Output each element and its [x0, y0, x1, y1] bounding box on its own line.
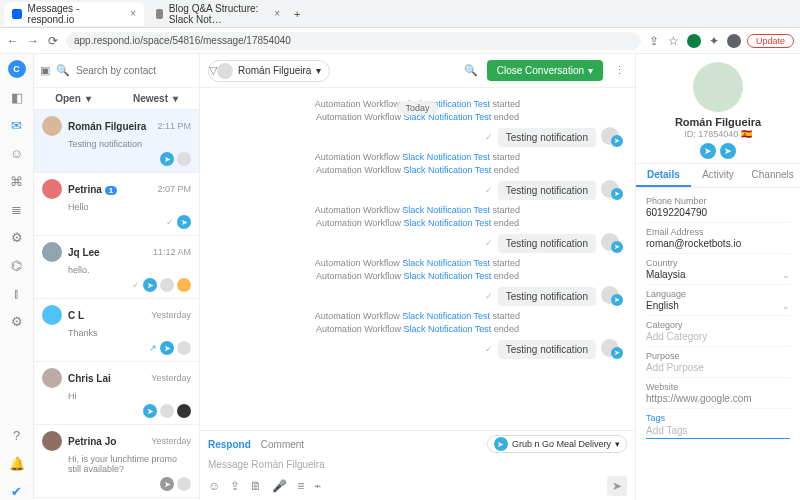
purpose-input[interactable]: Add Purpose: [646, 362, 790, 373]
workflow-link[interactable]: Slack Notification Test: [402, 152, 490, 162]
message-bubble: Testing notification: [498, 234, 596, 253]
tags-input[interactable]: Add Tags: [646, 423, 790, 439]
chevron-down-icon: ▾: [615, 439, 620, 449]
workflow-link[interactable]: Slack Notification Test: [402, 205, 490, 215]
workflow-link[interactable]: Slack Notification Test: [403, 271, 491, 281]
share-icon[interactable]: ⇪: [647, 34, 661, 48]
send-button[interactable]: ➤: [607, 476, 627, 496]
contact-chip[interactable]: Román Filgueira ▾: [208, 60, 330, 82]
tab-channels[interactable]: Channels: [745, 164, 800, 187]
org-icon[interactable]: ⌬: [8, 256, 26, 274]
browser-tab[interactable]: Blog Q&A Structure: Slack Not… ×: [148, 2, 288, 26]
automation-icon[interactable]: ⚙: [8, 228, 26, 246]
conversation-item[interactable]: Román Filgueira 2:11 PM Testing notifica…: [34, 110, 199, 173]
assignee-avatar: [177, 278, 191, 292]
avatar: [42, 368, 62, 388]
tab-activity[interactable]: Activity: [691, 164, 746, 187]
channel-selector[interactable]: ➤ Grub n Go Meal Delivery ▾: [487, 435, 627, 453]
conversation-item[interactable]: C L Yesterday Thanks ↗ ➤: [34, 299, 199, 362]
reports-icon[interactable]: ⫿: [8, 284, 26, 302]
sent-tick-icon: ✓: [485, 344, 493, 354]
workflow-link[interactable]: Slack Notification Test: [402, 311, 490, 321]
close-tab-icon[interactable]: ×: [130, 8, 136, 19]
notifications-icon[interactable]: 🔔: [8, 454, 26, 472]
conversation-item[interactable]: Jq Lee 11:12 AM hello. ✓ ➤: [34, 236, 199, 299]
star-icon[interactable]: ☆: [667, 34, 681, 48]
tab-comment[interactable]: Comment: [261, 439, 304, 450]
message-input[interactable]: Message Román Filgueira: [200, 457, 635, 472]
browser-tab-active[interactable]: Messages - respond.io ×: [4, 2, 144, 26]
avatar: [42, 305, 62, 325]
update-button[interactable]: Update: [747, 34, 794, 48]
panel-toggle-icon[interactable]: ▣: [40, 63, 50, 79]
search-input[interactable]: [76, 65, 203, 76]
message-bubble: Testing notification: [498, 287, 596, 306]
variable-icon[interactable]: ⌁: [314, 479, 321, 493]
sent-tick-icon: ✓: [485, 291, 493, 301]
workflow-link[interactable]: Slack Notification Test: [403, 165, 491, 175]
conversation-item[interactable]: Chris Lai Yesterday Hi ➤: [34, 362, 199, 425]
telegram-icon: ➤: [494, 437, 508, 451]
website-value[interactable]: https://www.google.com: [646, 393, 790, 404]
broadcast-icon[interactable]: ⌘: [8, 172, 26, 190]
channel-icon: ➤: [177, 215, 191, 229]
timestamp: 11:12 AM: [153, 247, 191, 257]
language-select[interactable]: English⌄: [646, 300, 790, 311]
email-value[interactable]: roman@rocketbots.io: [646, 238, 790, 249]
checkmark-icon[interactable]: ✔: [8, 482, 26, 500]
tab-details[interactable]: Details: [636, 164, 691, 187]
contacts-icon[interactable]: ☺: [8, 144, 26, 162]
filter-sort[interactable]: Newest ▾: [133, 93, 178, 104]
composer: Respond Comment ➤ Grub n Go Meal Deliver…: [200, 430, 635, 500]
system-message: Automation Workflow Slack Notification T…: [212, 324, 623, 334]
attach-icon[interactable]: ⇪: [230, 479, 240, 493]
file-icon[interactable]: 🗎: [250, 479, 262, 493]
back-icon[interactable]: ←: [6, 34, 20, 48]
telegram-icon[interactable]: ➤: [700, 143, 716, 159]
assignee-avatar: [177, 152, 191, 166]
close-tab-icon[interactable]: ×: [274, 8, 280, 19]
phone-value[interactable]: 60192204790: [646, 207, 790, 218]
read-tick-icon: ✓: [166, 217, 174, 227]
category-input[interactable]: Add Category: [646, 331, 790, 342]
forward-icon[interactable]: →: [26, 34, 40, 48]
workflow-link[interactable]: Slack Notification Test: [403, 324, 491, 334]
filter-open[interactable]: Open ▾: [55, 93, 90, 104]
message-preview: Hi, is your lunchtime promo still availa…: [42, 454, 191, 474]
extensions-icon[interactable]: ✦: [707, 34, 721, 48]
workflows-icon[interactable]: ≣: [8, 200, 26, 218]
workflow-link[interactable]: Slack Notification Test: [402, 258, 490, 268]
outgoing-message: ✓ Testing notification ➤: [212, 127, 623, 147]
new-tab-button[interactable]: +: [294, 8, 300, 20]
channel-icon: ➤: [160, 477, 174, 491]
system-message: Automation Workflow Slack Notification T…: [212, 311, 623, 321]
snippet-icon[interactable]: ≡: [297, 479, 304, 493]
day-label: Today: [397, 101, 437, 115]
more-icon[interactable]: ⋮: [611, 63, 627, 79]
assignee-avatar: [177, 341, 191, 355]
extension-icon[interactable]: [687, 34, 701, 48]
help-icon[interactable]: ?: [8, 426, 26, 444]
voice-icon[interactable]: 🎤: [272, 479, 287, 493]
avatar: [42, 242, 62, 262]
emoji-icon[interactable]: ☺: [208, 479, 220, 493]
search-chat-icon[interactable]: 🔍: [463, 63, 479, 79]
tab-title: Blog Q&A Structure: Slack Not…: [169, 3, 268, 25]
conversation-item[interactable]: Petrina Jo Yesterday Hi, is your lunchti…: [34, 425, 199, 498]
workflow-link[interactable]: Slack Notification Test: [403, 218, 491, 228]
country-select[interactable]: Malaysia⌄: [646, 269, 790, 280]
messages-icon[interactable]: ✉: [8, 116, 26, 134]
message-preview: Testing notification: [42, 139, 191, 149]
dashboard-icon[interactable]: ◧: [8, 88, 26, 106]
system-message: Automation Workflow Slack Notification T…: [212, 218, 623, 228]
reload-icon[interactable]: ⟳: [46, 34, 60, 48]
profile-icon[interactable]: [727, 34, 741, 48]
telegram-icon[interactable]: ➤: [720, 143, 736, 159]
field-label: Country: [646, 258, 790, 268]
url-input[interactable]: app.respond.io/space/54816/message/17854…: [66, 32, 641, 50]
tab-respond[interactable]: Respond: [208, 439, 251, 450]
settings-icon[interactable]: ⚙: [8, 312, 26, 330]
close-conversation-button[interactable]: Close Conversation▾: [487, 60, 603, 81]
workspace-avatar[interactable]: C: [8, 60, 26, 78]
conversation-item[interactable]: Petrina 1 2:07 PM Hello ✓ ➤: [34, 173, 199, 236]
